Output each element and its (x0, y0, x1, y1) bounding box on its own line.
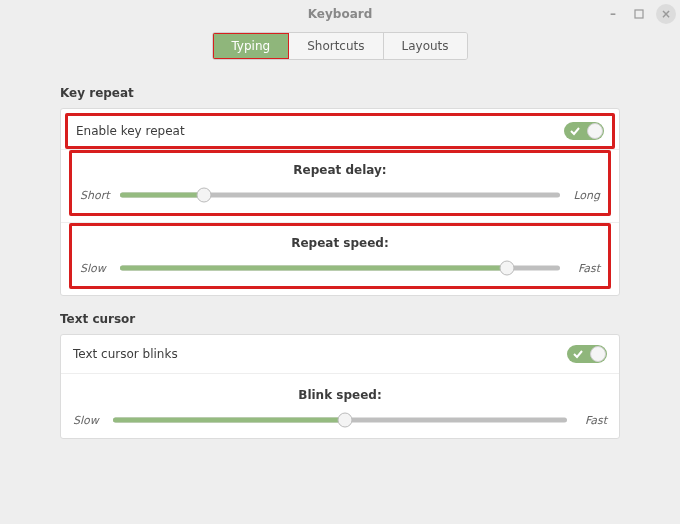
tab-label: Typing (231, 39, 270, 53)
repeat-speed-max-label: Fast (568, 262, 600, 275)
text-cursor-blinks-switch[interactable] (567, 345, 607, 363)
highlight-repeat-speed: Repeat speed: Slow Fast (69, 223, 611, 289)
repeat-delay-row: Short Long (80, 187, 600, 203)
blink-speed-slider[interactable] (113, 412, 567, 428)
repeat-delay-slider[interactable] (120, 187, 560, 203)
blink-speed-title: Blink speed: (73, 388, 607, 402)
tab-layouts[interactable]: Layouts (384, 33, 467, 59)
svg-rect-0 (635, 10, 643, 18)
switch-knob (587, 123, 603, 139)
slider-thumb[interactable] (500, 261, 515, 276)
check-icon (570, 126, 580, 136)
panel-key-repeat: Enable key repeat Repeat delay: Short Lo… (60, 108, 620, 296)
maximize-button[interactable] (630, 5, 648, 23)
enable-key-repeat-label: Enable key repeat (76, 124, 185, 138)
repeat-speed-min-label: Slow (80, 262, 112, 275)
repeat-delay-title: Repeat delay: (80, 163, 600, 177)
highlight-repeat-delay: Repeat delay: Short Long (69, 150, 611, 216)
section-title-text-cursor: Text cursor (60, 312, 620, 326)
blink-speed-max-label: Fast (575, 414, 607, 427)
tabgroup: Typing Shortcuts Layouts (212, 32, 467, 60)
blink-speed-min-label: Slow (73, 414, 105, 427)
switch-knob (590, 346, 606, 362)
blink-speed-block: Blink speed: Slow Fast (61, 374, 619, 438)
repeat-speed-row: Slow Fast (80, 260, 600, 276)
repeat-delay-max-label: Long (568, 189, 600, 202)
check-icon (573, 349, 583, 359)
tab-shortcuts[interactable]: Shortcuts (289, 33, 383, 59)
close-button[interactable]: × (656, 4, 676, 24)
slider-thumb[interactable] (196, 188, 211, 203)
repeat-delay-min-label: Short (80, 189, 112, 202)
panel-text-cursor: Text cursor blinks Blink speed: Slow Fas… (60, 334, 620, 439)
minimize-button[interactable]: – (604, 5, 622, 23)
content: Key repeat Enable key repeat Repeat dela… (0, 68, 680, 439)
blink-speed-row: Slow Fast (73, 412, 607, 428)
tab-label: Shortcuts (307, 39, 364, 53)
tab-label: Layouts (402, 39, 449, 53)
text-cursor-blinks-row: Text cursor blinks (61, 335, 619, 373)
tab-typing[interactable]: Typing (213, 33, 289, 59)
highlight-enable-key-repeat: Enable key repeat (65, 113, 615, 149)
window-title: Keyboard (308, 7, 373, 21)
text-cursor-blinks-label: Text cursor blinks (73, 347, 178, 361)
repeat-speed-title: Repeat speed: (80, 236, 600, 250)
tabbar: Typing Shortcuts Layouts (0, 28, 680, 68)
window-controls: – × (604, 0, 676, 28)
titlebar: Keyboard – × (0, 0, 680, 28)
slider-thumb[interactable] (337, 413, 352, 428)
repeat-speed-slider[interactable] (120, 260, 560, 276)
section-title-key-repeat: Key repeat (60, 86, 620, 100)
enable-key-repeat-switch[interactable] (564, 122, 604, 140)
